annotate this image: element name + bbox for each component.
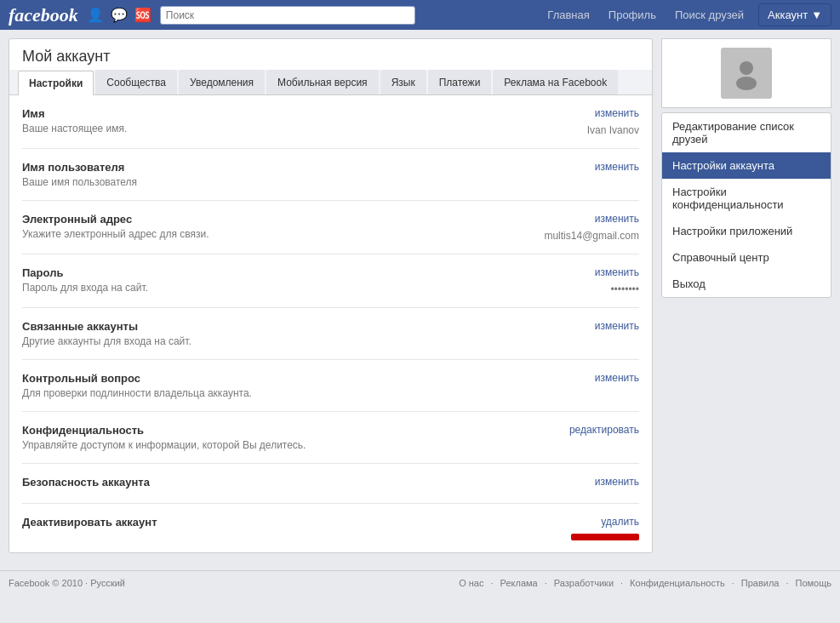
sidebar-menu-item-4[interactable]: Справочный центр — [662, 244, 831, 271]
sidebar-menu-item-1[interactable]: Настройки аккаунта — [662, 152, 831, 179]
setting-right-3: изменить•••••••• — [554, 266, 639, 295]
tab-мобильная-версия[interactable]: Мобильная версия — [266, 70, 379, 94]
setting-desc-5: Для проверки подлинности владельца аккау… — [22, 387, 554, 399]
setting-value-0: Ivan Ivanov — [587, 124, 639, 136]
setting-action-2[interactable]: изменить — [595, 213, 639, 225]
setting-title-1: Имя пользователя — [22, 161, 554, 174]
account-button[interactable]: Аккаунт ▼ — [758, 3, 831, 26]
svg-point-0 — [740, 61, 753, 75]
setting-row-1: Имя пользователяВаше имя пользователяизм… — [22, 149, 639, 201]
setting-right-5: изменить — [554, 372, 639, 384]
footer-separator-3: · — [620, 578, 623, 588]
setting-desc-3: Пароль для входа на сайт. — [22, 282, 554, 294]
sidebar-menu-item-0[interactable]: Редактирование список друзей — [662, 113, 831, 152]
setting-right-4: изменить — [554, 320, 639, 332]
setting-left-5: Контрольный вопросДля проверки подлиннос… — [22, 372, 554, 399]
setting-action-6[interactable]: редактировать — [569, 424, 639, 436]
home-link[interactable]: Главная — [539, 0, 597, 30]
setting-row-3: ПарольПароль для входа на сайт.изменить•… — [22, 254, 639, 308]
setting-action-4[interactable]: изменить — [595, 320, 639, 332]
footer-link-2[interactable]: Разработчики — [554, 578, 614, 588]
footer-link-1[interactable]: Реклама — [500, 578, 538, 588]
footer-separator-2: · — [545, 578, 547, 588]
setting-action-8[interactable]: удалить — [601, 516, 639, 528]
avatar — [721, 48, 772, 99]
search-input[interactable] — [160, 6, 415, 25]
footer-link-0[interactable]: О нас — [459, 578, 483, 588]
chevron-down-icon: ▼ — [811, 9, 822, 21]
setting-row-8: Деактивировать аккаунтудалить — [22, 504, 639, 552]
setting-title-4: Связанные аккаунты — [22, 320, 554, 333]
setting-title-5: Контрольный вопрос — [22, 372, 554, 385]
setting-right-6: редактировать — [554, 424, 639, 436]
nav-right: Главная Профиль Поиск друзей Аккаунт ▼ — [539, 0, 831, 30]
profile-link[interactable]: Профиль — [600, 0, 665, 30]
setting-value-2: multis14@gmail.com — [544, 230, 639, 242]
setting-row-4: Связанные аккаунтыДругие аккаунты для вх… — [22, 308, 639, 360]
sidebar-menu-item-2[interactable]: Настройки конфиденциальности — [662, 179, 831, 218]
footer-link-3[interactable]: Конфиденциальность — [630, 578, 725, 588]
setting-desc-4: Другие аккаунты для входа на сайт. — [22, 335, 554, 347]
setting-right-0: изменитьIvan Ivanov — [554, 107, 639, 136]
delete-bar — [571, 534, 639, 540]
footer-links: О нас · Реклама · Разработчики · Конфиде… — [459, 578, 831, 588]
find-friends-link[interactable]: Поиск друзей — [666, 0, 752, 30]
setting-left-3: ПарольПароль для входа на сайт. — [22, 266, 554, 294]
tab-уведомления[interactable]: Уведомления — [179, 70, 265, 94]
nav-icons: 👤 💬 🆘 — [87, 7, 151, 23]
messages-icon[interactable]: 💬 — [111, 7, 128, 23]
avatar-section — [661, 38, 831, 108]
setting-left-8: Деактивировать аккаунт — [22, 516, 554, 531]
facebook-logo: facebook — [9, 4, 78, 26]
setting-right-1: изменить — [554, 161, 639, 173]
footer-link-5[interactable]: Помощь — [796, 578, 832, 588]
setting-desc-2: Укажите электронный адрес для связи. — [22, 228, 544, 240]
footer: Facebook © 2010 · Русский О нас · Реклам… — [0, 570, 840, 595]
tab-реклама-на-facebook[interactable]: Реклама на Facebook — [493, 70, 618, 94]
setting-title-6: Конфиденциальность — [22, 424, 554, 437]
search-bar — [160, 6, 415, 25]
tab-платежи[interactable]: Платежи — [428, 70, 492, 94]
sidebar-menu-item-5[interactable]: Выход — [662, 271, 831, 297]
dropdown-menu: Редактирование список друзейНастройки ак… — [661, 112, 831, 298]
setting-left-2: Электронный адресУкажите электронный адр… — [22, 213, 544, 240]
setting-action-0[interactable]: изменить — [595, 107, 639, 119]
notifications-icon[interactable]: 🆘 — [134, 7, 151, 23]
setting-left-6: КонфиденциальностьУправляйте доступом к … — [22, 424, 554, 451]
setting-left-4: Связанные аккаунтыДругие аккаунты для вх… — [22, 320, 554, 347]
footer-copyright: Facebook © 2010 · Русский — [9, 578, 125, 588]
tab-сообщества[interactable]: Сообщества — [95, 70, 177, 94]
setting-desc-6: Управляйте доступом к информации, которо… — [22, 439, 554, 451]
setting-title-8: Деактивировать аккаунт — [22, 516, 554, 529]
setting-desc-1: Ваше имя пользователя — [22, 176, 554, 188]
tab-язык[interactable]: Язык — [380, 70, 426, 94]
footer-separator-4: · — [732, 578, 734, 588]
content-wrapper: Мой аккаунт НастройкиСообществаУведомлен… — [0, 30, 840, 562]
sidebar: Редактирование список друзейНастройки ак… — [661, 38, 831, 553]
tab-настройки[interactable]: Настройки — [18, 71, 94, 95]
setting-row-5: Контрольный вопросДля проверки подлиннос… — [22, 360, 639, 412]
setting-left-0: ИмяВаше настоящее имя. — [22, 107, 554, 134]
setting-row-2: Электронный адресУкажите электронный адр… — [22, 201, 639, 254]
footer-separator-5: · — [786, 578, 788, 588]
settings-content: ИмяВаше настоящее имя.изменитьIvan Ivano… — [9, 95, 652, 552]
setting-row-0: ИмяВаше настоящее имя.изменитьIvan Ivano… — [22, 95, 639, 149]
setting-action-7[interactable]: изменить — [595, 476, 639, 488]
setting-row-7: Безопасность аккаунтаизменить — [22, 464, 639, 504]
svg-point-1 — [736, 77, 757, 90]
setting-action-3[interactable]: изменить — [595, 266, 639, 278]
setting-right-2: изменитьmultis14@gmail.com — [544, 213, 639, 242]
setting-value-3: •••••••• — [610, 283, 639, 295]
friends-icon[interactable]: 👤 — [87, 7, 104, 23]
setting-left-7: Безопасность аккаунта — [22, 476, 554, 491]
setting-action-5[interactable]: изменить — [595, 372, 639, 384]
setting-action-1[interactable]: изменить — [595, 161, 639, 173]
footer-separator-1: · — [491, 578, 494, 588]
footer-link-4[interactable]: Правила — [741, 578, 780, 588]
top-navigation: facebook 👤 💬 🆘 Главная Профиль Поиск дру… — [0, 0, 840, 30]
setting-title-0: Имя — [22, 107, 554, 120]
setting-right-7: изменить — [554, 476, 639, 488]
setting-row-6: КонфиденциальностьУправляйте доступом к … — [22, 412, 639, 464]
sidebar-menu-item-3[interactable]: Настройки приложений — [662, 218, 831, 244]
setting-left-1: Имя пользователяВаше имя пользователя — [22, 161, 554, 188]
